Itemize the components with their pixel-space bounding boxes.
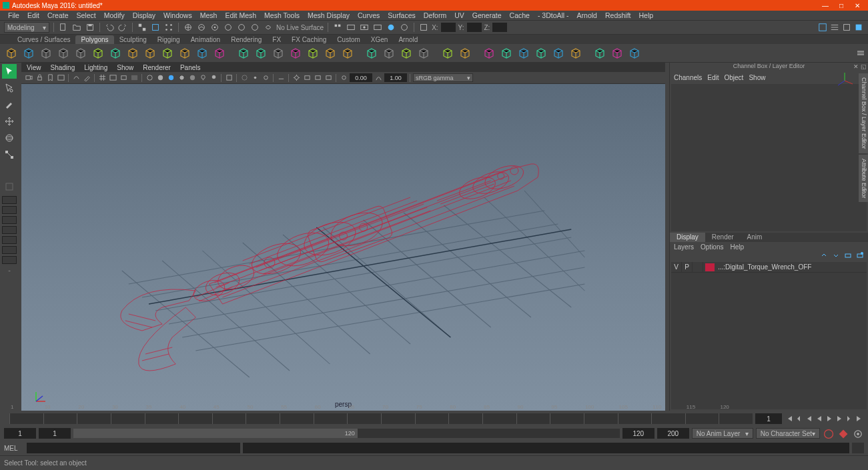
rotate-tool[interactable]: [2, 131, 17, 145]
image-plane-icon[interactable]: [56, 73, 65, 83]
colorspace-selector[interactable]: sRGB gamma▾: [413, 73, 473, 82]
outliner-pane-button[interactable]: [2, 226, 17, 234]
poly-soccer-icon[interactable]: [177, 46, 192, 61]
boolean-intersect-icon[interactable]: [340, 46, 355, 61]
panel-menu-renderer[interactable]: Renderer: [143, 64, 171, 71]
move-tool[interactable]: [2, 114, 17, 129]
combine-icon[interactable]: [236, 46, 251, 61]
crease-icon[interactable]: [592, 46, 607, 61]
menu-create[interactable]: Create: [43, 11, 73, 19]
menu--dtoall-[interactable]: - 3DtoAll -: [534, 11, 573, 19]
minimize-button[interactable]: —: [817, 2, 833, 9]
layer-name[interactable]: ...:Digital_Torque_Wrench_OFF: [717, 263, 811, 271]
poly-pipe-icon[interactable]: [143, 46, 157, 61]
command-input[interactable]: [27, 443, 240, 453]
menu-generate[interactable]: Generate: [468, 11, 506, 19]
xgen-icon[interactable]: [841, 22, 852, 33]
poly-sphere-icon[interactable]: [4, 46, 19, 61]
new-scene-icon[interactable]: [58, 22, 69, 33]
range-track[interactable]: 120: [73, 429, 620, 438]
menu-arnold[interactable]: Arnold: [573, 11, 601, 19]
menu-deform[interactable]: Deform: [420, 11, 450, 19]
layer-menu-help[interactable]: Help: [730, 243, 744, 251]
layer-color-swatch[interactable]: [705, 263, 715, 271]
paint-select-tool[interactable]: [2, 97, 17, 112]
render-view-icon[interactable]: [399, 22, 410, 33]
layer-new-empty-icon[interactable]: [844, 251, 852, 261]
sculpt-icon[interactable]: [499, 46, 514, 61]
shelf-tab-curves-surfaces[interactable]: Curves / Surfaces: [12, 35, 75, 44]
vtab-attribute-editor[interactable]: Attribute Editor: [859, 155, 868, 203]
command-language-label[interactable]: MEL: [4, 445, 24, 452]
z-field[interactable]: [492, 23, 507, 32]
layer-menu-options[interactable]: Options: [701, 243, 723, 251]
snap-grid-icon[interactable]: [183, 22, 193, 33]
lock-camera-icon[interactable]: [35, 73, 44, 83]
poly-platonic-icon[interactable]: [195, 46, 209, 61]
minimize-toolbox-icon[interactable]: -: [2, 266, 17, 274]
bevel-icon[interactable]: [399, 46, 414, 61]
shelf-scroll-up[interactable]: [857, 51, 864, 53]
script-editor-button[interactable]: [852, 443, 864, 453]
script-pane-button[interactable]: [2, 256, 17, 264]
anti-alias-icon[interactable]: [324, 73, 333, 83]
select-hierarchy-icon[interactable]: [137, 22, 147, 33]
step-back-key-button[interactable]: [795, 414, 804, 423]
go-to-start-button[interactable]: [785, 414, 794, 423]
layer-move-up-icon[interactable]: [820, 251, 828, 261]
menu-help[interactable]: Help: [634, 11, 657, 19]
shelf-tab-polygons[interactable]: Polygons: [75, 35, 113, 44]
cb-menu-channels[interactable]: Channels: [674, 74, 702, 81]
boolean-union-icon[interactable]: [306, 46, 320, 61]
viewport[interactable]: persp: [21, 84, 665, 411]
use-default-material-icon[interactable]: [166, 73, 175, 83]
shelf-tab-animation[interactable]: Animation: [185, 35, 226, 44]
timeline-track[interactable]: 1102030354045505560657075808590951001051…: [9, 413, 753, 424]
select-tool[interactable]: [2, 64, 17, 79]
shelf-tab-fx[interactable]: FX: [267, 35, 286, 44]
viewcube-icon[interactable]: [835, 71, 855, 91]
resolution-gate-icon[interactable]: [119, 73, 128, 83]
menu-surfaces[interactable]: Surfaces: [384, 11, 419, 19]
layer-menu-layers[interactable]: Layers: [674, 243, 694, 251]
isolate-select-icon[interactable]: [224, 73, 234, 83]
step-forward-key-button[interactable]: [845, 414, 854, 423]
mirror-icon[interactable]: [482, 46, 496, 61]
select-camera-icon[interactable]: [24, 73, 33, 83]
modeling-toolkit-icon[interactable]: [817, 22, 828, 33]
auto-key-button[interactable]: [823, 428, 835, 439]
exposure-icon[interactable]: [292, 73, 301, 83]
menu-mesh-display[interactable]: Mesh Display: [304, 11, 354, 19]
gamma-reset-icon[interactable]: [374, 73, 383, 83]
redo-icon[interactable]: [117, 22, 128, 33]
snap-curve-icon[interactable]: [196, 22, 207, 33]
render-setup-icon[interactable]: [853, 22, 864, 33]
panel-dock-icon[interactable]: ◱: [861, 63, 867, 70]
layer-row[interactable]: V P ...:Digital_Torque_Wrench_OFF: [671, 262, 867, 273]
panel-menu-shading[interactable]: Shading: [51, 64, 75, 71]
poly-cone-icon[interactable]: [56, 46, 71, 61]
scale-tool[interactable]: [2, 147, 17, 162]
snap-plane-icon[interactable]: [236, 22, 247, 33]
xray-components-icon[interactable]: [261, 73, 270, 83]
panel-close-icon[interactable]: ✕: [853, 63, 859, 70]
layer-visible-toggle[interactable]: V: [671, 262, 682, 272]
shelf-scroll-down[interactable]: [857, 53, 864, 55]
smooth-shade-icon[interactable]: [155, 73, 165, 83]
make-live-icon[interactable]: [263, 22, 274, 33]
uv-auto-icon[interactable]: [627, 46, 642, 61]
cb-menu-edit[interactable]: Edit: [707, 74, 719, 81]
exposure-field[interactable]: [350, 73, 372, 82]
undo-icon[interactable]: [104, 22, 115, 33]
shelf-tab-fx-caching[interactable]: FX Caching: [286, 35, 332, 44]
lasso-tool[interactable]: [2, 81, 17, 95]
channel-list[interactable]: [671, 84, 867, 231]
xyz-toggle-icon[interactable]: [418, 22, 429, 33]
last-tool[interactable]: [2, 179, 17, 194]
shelf-tab-sculpting[interactable]: Sculpting: [114, 35, 152, 44]
range-start-field[interactable]: [4, 428, 36, 439]
snap-projected-icon[interactable]: [223, 22, 234, 33]
four-pane-button[interactable]: [2, 206, 17, 214]
y-field[interactable]: [467, 23, 482, 32]
layer-move-down-icon[interactable]: [832, 251, 840, 261]
